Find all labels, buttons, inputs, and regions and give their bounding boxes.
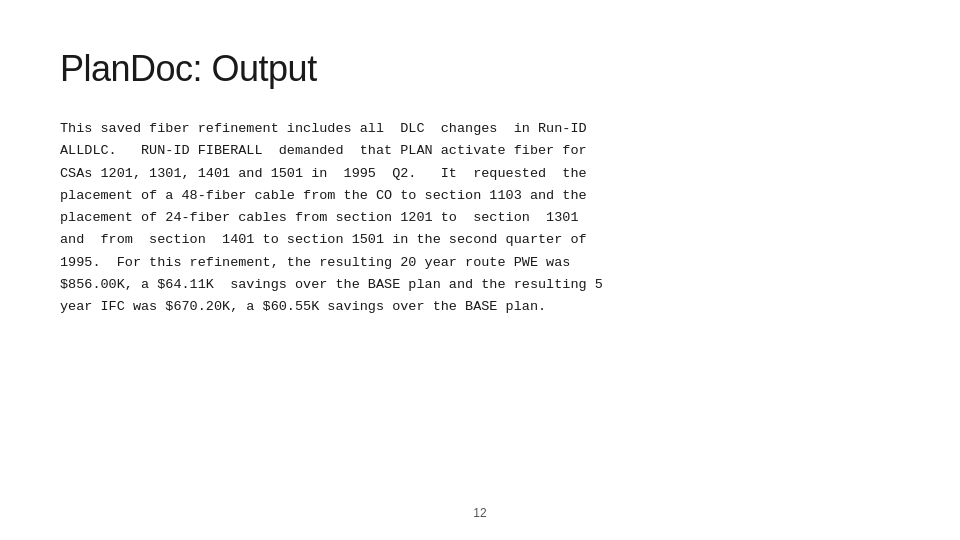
slide-body: This saved fiber refinement includes all…: [60, 118, 900, 318]
page-number: 12: [473, 506, 486, 520]
slide-title: PlanDoc: Output: [60, 48, 900, 90]
slide: PlanDoc: Output This saved fiber refinem…: [0, 0, 960, 540]
